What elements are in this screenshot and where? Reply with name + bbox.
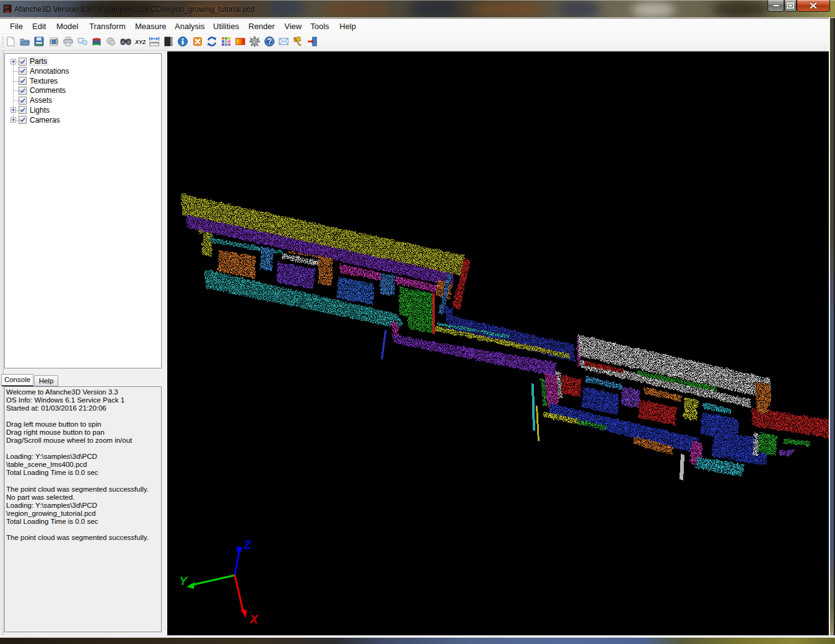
svg-text:?: ? (268, 37, 272, 46)
svg-text:Y: Y (180, 575, 188, 587)
svg-text:X: X (250, 614, 258, 625)
svg-text:Z: Z (243, 539, 251, 551)
svg-text:XYZ: XYZ (134, 39, 146, 45)
